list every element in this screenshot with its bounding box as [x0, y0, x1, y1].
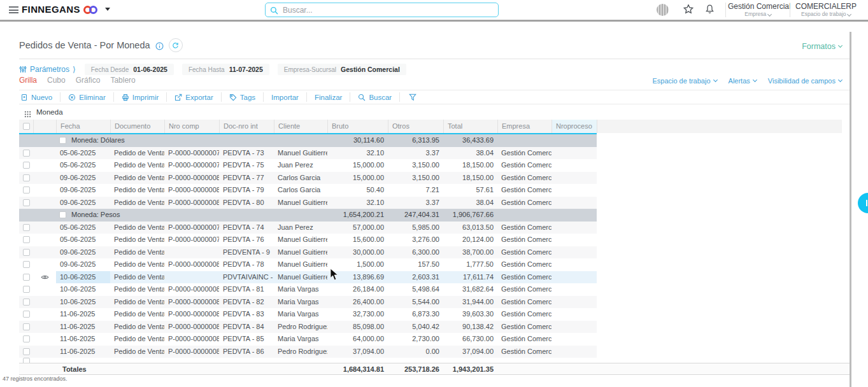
row-checkbox[interactable] [23, 249, 30, 256]
column-header-docint[interactable]: Doc-nro int [219, 120, 274, 133]
side-panel-toggle-button[interactable] [858, 193, 868, 213]
column-header-bruto[interactable]: Bruto [327, 120, 388, 133]
chevron-down-icon [767, 12, 772, 17]
bell-notifications-icon[interactable] [704, 4, 715, 15]
row-checkbox[interactable] [23, 274, 30, 281]
row-indicator-cell [33, 271, 56, 284]
param-chip-fecha-desde[interactable]: Fecha Desde01-06-2025 [85, 64, 174, 75]
filter-funnel-icon[interactable] [400, 92, 425, 102]
row-checkbox[interactable] [23, 186, 30, 194]
hamburger-menu-icon[interactable] [9, 6, 18, 13]
row-checkbox[interactable] [23, 286, 30, 293]
row-checkbox[interactable] [23, 224, 30, 231]
table-row[interactable]: 09-06-2025Pedido de VentaP-0000-0000008P… [19, 258, 597, 271]
link-espacio-de-trabajo[interactable]: Espacio de trabajo [652, 77, 716, 85]
column-header-documento[interactable]: Documento [110, 120, 164, 133]
eye-icon[interactable] [41, 273, 49, 281]
table-row[interactable]: 10-06-2025Pedido de VentaP-0000-0000008P… [19, 296, 597, 309]
table-row[interactable]: 05-06-2025Pedido de VentaP-0000-0000007P… [19, 222, 597, 234]
brand-dropdown-caret-icon[interactable] [105, 8, 110, 11]
header-select-all-cell [19, 120, 33, 133]
group-row[interactable]: Moneda: Dólares30,114.606,313.9536,433.6… [19, 134, 597, 147]
buscar-button[interactable]: Buscar [350, 92, 400, 102]
param-value: Gestión Comercial [341, 66, 400, 73]
cell-docint: PEDVTA - 85 [219, 333, 274, 346]
row-checkbox[interactable] [59, 137, 66, 144]
refresh-button[interactable] [169, 38, 183, 52]
table-row[interactable]: 05-06-2025Pedido de VentaP-0000-0000007P… [19, 147, 597, 160]
table-row[interactable]: 09-06-2025Pedido de VentaP-0000-0000008P… [19, 184, 597, 197]
table-row[interactable]: 10-06-2025Pedido de VentaPDVTAIVAINC - 2… [19, 271, 597, 284]
column-header-otros[interactable]: Otros [388, 120, 443, 133]
company-selector[interactable]: Gestión Comercial Empresa [728, 2, 788, 17]
cell-bruto: 85,098.00 [327, 321, 388, 334]
tab-gr-fico[interactable]: Gráfico [76, 76, 101, 85]
tags-button[interactable]: Tags [222, 92, 264, 102]
row-checkbox[interactable] [23, 174, 30, 181]
param-chip-empresa-sucursal[interactable]: Empresa-SucursalGestión Comercial [278, 64, 406, 75]
column-header-nrocomp[interactable]: Nro comp [164, 120, 219, 133]
table-row[interactable]: 11-06-2025Pedido de VentaP-0000-0000008P… [19, 346, 597, 358]
row-checkbox[interactable] [23, 150, 30, 157]
row-checkbox[interactable] [23, 335, 30, 342]
parameters-toggle[interactable]: Parámetros⟩ [19, 65, 76, 74]
cell-bruto: 1,500.00 [327, 258, 388, 271]
column-header-fecha[interactable]: Fecha [56, 120, 110, 133]
column-header-cliente[interactable]: Cliente [274, 120, 327, 133]
row-checkbox[interactable] [23, 323, 30, 330]
search-input[interactable] [265, 3, 499, 17]
eliminar-button[interactable]: Eliminar [60, 92, 114, 102]
row-checkbox[interactable] [23, 162, 30, 169]
link-alertas[interactable]: Alertas [729, 77, 757, 85]
row-checkbox[interactable] [59, 211, 66, 218]
table-row[interactable]: 09-06-2025Pedido de VentaP-0000-0000008P… [19, 197, 597, 209]
cell-docint: PEDVTA - 86 [219, 346, 274, 358]
table-row[interactable]: 09-06-2025Pedido de VentaPEDVENTA - 9Man… [19, 246, 597, 259]
info-icon[interactable] [155, 41, 164, 50]
row-checkbox[interactable] [23, 123, 30, 130]
row-checkbox[interactable] [23, 348, 30, 355]
view-tabs: GrillaCuboGráficoTablero [19, 76, 136, 85]
table-row[interactable]: 09-06-2025Pedido de VentaP-0000-0000008P… [19, 172, 597, 185]
tab-tablero[interactable]: Tablero [110, 76, 135, 85]
nuevo-button[interactable]: Nuevo [19, 92, 60, 102]
star-favorites-icon[interactable] [683, 4, 694, 15]
column-header-total[interactable]: Total [443, 120, 497, 133]
row-checkbox[interactable] [23, 358, 30, 363]
row-checkbox[interactable] [23, 236, 30, 243]
tab-grilla[interactable]: Grilla [19, 76, 37, 85]
table-row[interactable]: 11-06-2025Pedido de VentaP-0000-0000008P… [19, 333, 597, 346]
side-panel-divider[interactable] [850, 32, 851, 387]
column-header-empresa[interactable]: Empresa [497, 120, 551, 133]
importar-button[interactable]: Importar [264, 92, 307, 102]
row-checkbox[interactable] [23, 299, 30, 306]
table-row[interactable]: 11-06-2025Pedido de VentaP-0000-0000008P… [19, 321, 597, 334]
row-checkbox[interactable] [23, 261, 30, 268]
company-subtitle[interactable]: Empresa [728, 11, 788, 17]
tab-cubo[interactable]: Cubo [47, 76, 66, 85]
exportar-button[interactable]: Exportar [167, 92, 221, 102]
column-header-nroproceso[interactable]: Nroproceso [551, 120, 597, 133]
table-row[interactable]: 10-06-2025Pedido de VentaP-0000-0000008P… [19, 283, 597, 296]
workspace-subtitle[interactable]: Espacio de trabajo [792, 11, 860, 17]
imprimir-button[interactable]: Imprimir [114, 92, 167, 102]
group-row[interactable]: Moneda: Pesos1,654,200.21247,404.311,906… [19, 209, 597, 222]
table-row[interactable]: 11-06-2025Pedido de VentaP-0000-0000008P… [19, 308, 597, 321]
row-checkbox[interactable] [23, 199, 30, 206]
link-visibilidad-de-campos[interactable]: Visibilidad de campos [768, 77, 842, 85]
group-by-chip[interactable]: Moneda [24, 108, 63, 116]
cell-nrocomp: P-0000-0000007 [164, 147, 219, 160]
brand-logo[interactable]: FINNEGANS [22, 4, 110, 15]
row-checkbox[interactable] [23, 311, 30, 318]
formats-dropdown[interactable]: Formatos [802, 42, 842, 51]
param-chip-fecha-hasta[interactable]: Fecha Hasta11-07-2025 [182, 64, 269, 75]
table-row[interactable]: 05-06-2025Pedido de VentaP-0000-0000007P… [19, 159, 597, 172]
finalizar-button[interactable]: Finalizar [307, 92, 350, 102]
table-row-partial[interactable] [19, 358, 597, 363]
cell-cliente: Juan Perez [274, 222, 327, 234]
workspace-selector[interactable]: COMERCIALERP Espacio de trabajo [792, 2, 860, 17]
cell-cliente: Juan Perez [274, 159, 327, 172]
cell-documento: Pedido de Venta [110, 308, 164, 321]
globe-sphere-icon[interactable] [657, 4, 669, 16]
table-row[interactable]: 05-06-2025Pedido de VentaP-0000-0000007P… [19, 234, 597, 246]
